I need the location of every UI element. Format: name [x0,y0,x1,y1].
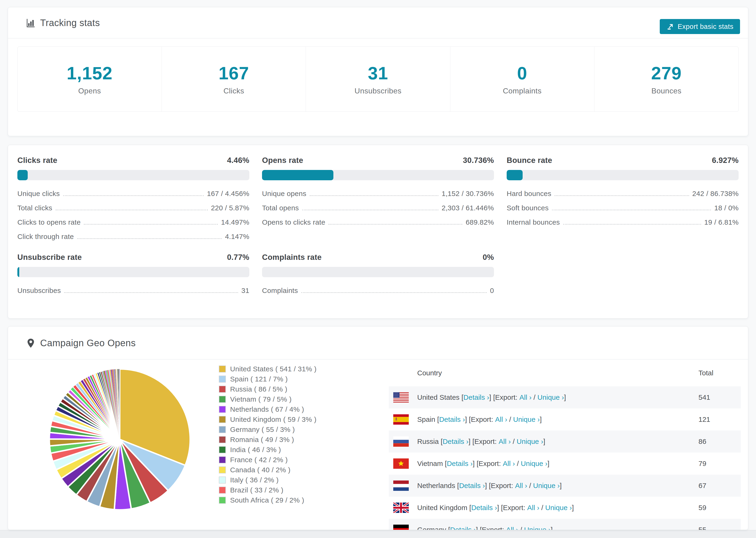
summary-value-clicks: 167 [219,63,249,83]
rate-row-total-clicks: Total clicks220 / 5.87% [17,204,249,212]
legend-label: India ( 46 / 3% ) [230,446,281,454]
rate-block-bounce-rate: Bounce rate6.927%Hard bounces242 / 86.73… [507,156,739,241]
legend-swatch [219,376,226,383]
details-link-germany[interactable]: Details › [450,526,476,530]
geo-pie-chart [42,362,197,517]
details-link-united-kingdom[interactable]: Details › [471,504,497,512]
rate-row-value: 1,152 / 30.736% [442,190,494,198]
flag-netherlands-icon [393,480,409,491]
legend-swatch [219,426,226,433]
export-all-link-vietnam[interactable]: All › [503,459,515,467]
country-name: United States [417,394,459,402]
legend-swatch [219,487,226,494]
export-icon [666,23,674,30]
rate-row-label: Unique opens [262,190,306,198]
page-bottom-strip [0,530,756,538]
rate-row-label: Clicks to opens rate [17,218,81,226]
export-all-link-netherlands[interactable]: All › [515,482,527,490]
flag-vietnam-icon [393,458,409,469]
rate-row-label: Internal bounces [507,218,560,226]
legend-swatch [219,476,226,484]
details-link-vietnam[interactable]: Details › [447,459,473,467]
country-cell: Germany [Details ›] [Export: All › / Uni… [389,525,698,530]
export-unique-link-united-states[interactable]: Unique › [537,394,564,402]
progress-bar [262,267,494,277]
country-total: 121 [698,415,741,423]
map-pin-icon [26,338,36,348]
geo-title: Campaign Geo Opens [40,338,136,348]
rate-row-value: 31 [242,287,249,295]
legend-swatch [219,365,226,372]
country-cell: United Kingdom [Details ›] [Export: All … [389,503,698,513]
geo-table-header: Country Total [389,360,741,386]
country-name: Netherlands [417,482,455,490]
export-unique-link-vietnam[interactable]: Unique › [521,459,547,467]
rates-card: Clicks rate4.46%Unique clicks167 / 4.456… [8,145,748,319]
export-all-link-united-kingdom[interactable]: All › [527,504,540,512]
legend-swatch [219,497,226,504]
geo-header: Campaign Geo Opens [8,327,748,348]
legend-item-russia: Russia ( 86 / 5% ) [219,384,389,394]
legend-label: Italy ( 36 / 2% ) [230,476,279,484]
rate-block-head: Bounce rate6.927% [507,156,739,165]
dotted-leader [64,292,238,293]
rate-rows: Unique clicks167 / 4.456%Total clicks220… [17,190,249,241]
rate-title: Bounce rate [507,156,552,165]
country-total: 59 [698,504,741,512]
progress-bar [17,170,249,180]
progress-fill [17,170,28,180]
geo-table-row-germany: Germany [Details ›] [Export: All › / Uni… [389,519,741,530]
country-name: Russia [417,438,439,446]
legend-item-south-africa: South Africa ( 29 / 2% ) [219,495,389,505]
progress-fill [17,267,19,277]
country-total: 541 [698,394,741,402]
dotted-leader [563,224,701,225]
rate-row-hard-bounces: Hard bounces242 / 86.738% [507,190,739,198]
geo-table-row-spain: Spain [Details ›] [Export: All › / Uniqu… [389,408,741,430]
export-unique-link-spain[interactable]: Unique › [513,415,540,423]
legend-item-india: India ( 46 / 3% ) [219,445,389,455]
summary-label-unsubscribes: Unsubscribes [354,86,402,95]
rate-rows: Complaints0 [262,287,494,295]
export-basic-stats-button[interactable]: Export basic stats [660,19,740,34]
legend-label: Brazil ( 33 / 2% ) [230,486,283,494]
legend-item-spain: Spain ( 121 / 7% ) [219,374,389,384]
rate-row-unsubscribes: Unsubscribes31 [17,287,249,295]
export-all-link-russia[interactable]: All › [499,438,511,446]
export-all-link-united-states[interactable]: All › [519,394,531,402]
export-unique-link-united-kingdom[interactable]: Unique › [545,504,572,512]
legend-item-romania: Romania ( 49 / 3% ) [219,435,389,445]
rate-title: Unsubscribe rate [17,253,82,262]
legend-label: Spain ( 121 / 7% ) [230,375,288,383]
country-cell: United States [Details ›] [Export: All ›… [389,392,698,403]
rate-row-unique-opens: Unique opens1,152 / 30.736% [262,190,494,198]
legend-swatch [219,456,226,463]
campaign-geo-opens-card: Campaign Geo Opens United States ( 541 /… [8,326,748,530]
country-column-header: Country [389,369,698,377]
rate-block-clicks-rate: Clicks rate4.46%Unique clicks167 / 4.456… [17,156,249,241]
rate-row-label: Opens to clicks rate [262,218,325,226]
rate-row-value: 19 / 6.81% [704,218,739,226]
export-unique-link-germany[interactable]: Unique › [524,526,551,530]
summary-label-clicks: Clicks [224,86,244,95]
country-cell: Vietnam [Details ›] [Export: All › / Uni… [389,458,698,469]
country-total: 79 [698,459,741,467]
rate-row-label: Soft bounces [507,204,549,212]
rate-value: 4.46% [227,156,249,165]
country-cell: Netherlands [Details ›] [Export: All › /… [389,480,698,491]
export-unique-link-netherlands[interactable]: Unique › [533,482,560,490]
export-all-link-spain[interactable]: All › [495,415,507,423]
geo-pie-wrap [42,362,197,517]
legend-label: Russia ( 86 / 5% ) [230,385,287,393]
export-unique-link-russia[interactable]: Unique › [516,438,543,446]
country-total: 67 [698,482,741,490]
details-link-spain[interactable]: Details › [439,415,465,423]
dotted-leader [310,195,438,196]
rate-block-head: Unsubscribe rate0.77% [17,253,249,262]
rate-rows: Hard bounces242 / 86.738%Soft bounces18 … [507,190,739,226]
export-all-link-germany[interactable]: All › [506,526,518,530]
details-link-russia[interactable]: Details › [443,438,468,446]
dotted-leader [84,224,218,225]
details-link-netherlands[interactable]: Details › [459,482,485,490]
details-link-united-states[interactable]: Details › [463,394,489,402]
